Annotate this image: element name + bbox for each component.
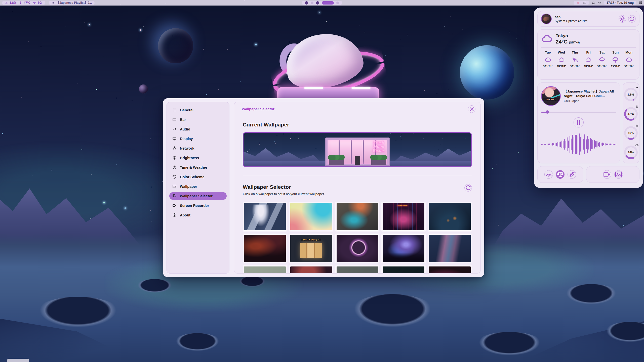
weather-timezone: (GMT+9) — [569, 41, 580, 44]
forecast-day-label: Thu — [568, 51, 582, 54]
dock-hint[interactable] — [7, 359, 29, 362]
sidebar-item-bar[interactable]: Bar — [169, 116, 227, 123]
wallpaper-thumbnail — [337, 235, 378, 262]
scales-icon — [556, 170, 564, 178]
capture-card — [586, 166, 639, 183]
sidebar-item-display[interactable]: Display — [169, 135, 227, 143]
forecast-day-thu: Thu33°/26° — [568, 51, 582, 68]
wallpaper-thumbnail — [244, 235, 286, 262]
leaf-icon — [568, 170, 576, 178]
workspace-indicator — [302, 1, 342, 5]
gauge-24: 24% — [624, 144, 638, 160]
wallpaper-tile-wp-pastel-gradient[interactable] — [289, 202, 333, 232]
sidebar-item-audio[interactable]: Audio — [169, 125, 227, 133]
wallpaper-tile-wp-purple-eclipse[interactable] — [335, 234, 380, 263]
wallpaper-tile-wp-magenta-dark[interactable] — [428, 265, 472, 274]
wallpaper-tile-wp-dark-teal[interactable] — [381, 265, 426, 274]
wallpaper-tile-wp-autumn-dark[interactable] — [289, 265, 333, 274]
workspace-dot-5[interactable] — [336, 2, 339, 4]
sidebar-item-color-scheme[interactable]: Color Scheme — [169, 173, 227, 181]
system-uptime: System Uptime: 4h19m — [555, 19, 616, 23]
workspace-dot-2[interactable] — [311, 2, 313, 4]
gauge-value: 24% — [624, 146, 637, 159]
sidebar-item-wallpaper-selector[interactable]: Wallpaper Selector — [169, 192, 227, 200]
sidebar-item-label: General — [180, 108, 193, 112]
sidebar-item-about[interactable]: About — [169, 211, 227, 219]
forecast-temps: 36°/26° — [595, 65, 609, 68]
performance-profile-button[interactable] — [544, 170, 553, 179]
wallpaper-tile-wp-crimson-forest[interactable] — [243, 234, 287, 263]
track-title: 【Japanese Playlist】Japan All Night - Tok… — [564, 89, 616, 98]
clock-pill[interactable]: 17:17 - Tue, 19 Aug — [604, 1, 636, 5]
close-button[interactable] — [468, 105, 475, 113]
balanced-profile-button[interactable] — [556, 170, 565, 179]
wallpaper-grid: Game Overローファイコーヒー — [243, 202, 472, 274]
wallpaper-tile-wp-lofi-coffee-shop[interactable]: ローファイコーヒー — [289, 234, 333, 263]
sidebar-item-screen-recorder[interactable]: Screen Recorder — [169, 202, 227, 209]
media-player-pill[interactable]: 【Japanese Playlist】J... — [49, 1, 95, 5]
sidebar-item-general[interactable]: General — [169, 106, 227, 114]
wallpaper-thumbnail — [244, 203, 286, 230]
forecast-day-label: Wed — [555, 51, 568, 54]
crater — [136, 279, 174, 294]
planet-small — [139, 84, 148, 94]
sidebar-item-label: Screen Recorder — [180, 204, 209, 208]
video-camera-icon — [603, 170, 611, 178]
weather-storm-icon — [612, 57, 619, 63]
current-wallpaper-preview: Fresh Moon Beans — [243, 132, 472, 167]
wallpaper-tile-wp-sage-field[interactable] — [243, 265, 287, 274]
screen-record-button[interactable] — [603, 170, 611, 179]
palette-icon — [172, 175, 177, 179]
seek-thumb[interactable] — [546, 110, 549, 114]
weather-cloud-icon — [585, 57, 592, 63]
forecast-temps: 35°/26° — [582, 65, 595, 68]
refresh-button[interactable] — [464, 184, 472, 192]
pause-button[interactable] — [574, 117, 584, 127]
wallpaper-thumbnail — [290, 203, 332, 230]
music-player-card: 【Japanese Playlist】Japan All Night - Tok… — [537, 82, 620, 163]
sidebar-item-wallpaper[interactable]: Wallpaper — [169, 183, 227, 190]
cpu-temp: 47°C — [24, 1, 30, 5]
forecast-temps: 33°/26° — [609, 65, 622, 68]
settings-button[interactable] — [619, 15, 626, 23]
sidebar-item-brightness[interactable]: Brightness — [169, 154, 227, 162]
screenshot-button[interactable] — [614, 170, 623, 179]
power-button[interactable] — [628, 15, 636, 23]
settings-sidebar: GeneralBarAudioDisplayNetworkBrightnessT… — [167, 102, 229, 274]
workspace-dot-3[interactable] — [316, 1, 319, 5]
wallpaper-thumbnail: ローファイコーヒー — [290, 235, 332, 262]
sidebar-item-label: Wallpaper Selector — [180, 194, 213, 198]
wallpaper-tile-wp-anime-girl[interactable] — [243, 202, 287, 232]
notifications-bell-icon[interactable] — [592, 1, 595, 5]
workspace-dot-4[interactable] — [322, 1, 334, 5]
thumbnail-sign-text: ローファイコーヒー — [301, 239, 321, 241]
wallpaper-thumbnail — [244, 266, 286, 274]
audio-waveform — [541, 129, 616, 160]
wallpaper-tile-wp-wireframe-wave[interactable] — [428, 234, 472, 263]
seek-slider[interactable] — [541, 110, 616, 113]
wallpaper-tile-wp-neon-arcade[interactable]: Game Over — [381, 202, 426, 232]
selector-subtitle: Click on a wallpaper to set it as your c… — [243, 192, 325, 196]
tray-app-icon-2[interactable] — [583, 1, 586, 5]
preview-coffee-shop: Fresh Moon Beans — [325, 138, 390, 166]
gaugeSpeed-icon — [635, 86, 639, 89]
weather-forecast: Tue33°/24°Wed35°/25°Thu33°/26°Fri35°/26°… — [541, 51, 636, 68]
wallpaper-tile-wp-grey-morning[interactable] — [335, 265, 380, 274]
wallpaper-thumbnail — [290, 266, 332, 274]
diskdrive-icon — [635, 144, 639, 147]
workspace-dot-1[interactable] — [305, 1, 308, 5]
wallpaper-tile-wp-violet-nebula[interactable] — [381, 234, 426, 263]
sidebar-item-network[interactable]: Network — [169, 144, 227, 152]
tray-app-icon-1[interactable] — [576, 1, 580, 5]
sidebar-item-time-weather[interactable]: Time & Weather — [169, 163, 227, 171]
powersaver-profile-button[interactable] — [568, 170, 576, 179]
volume-icon[interactable] — [598, 1, 601, 5]
wallpaper-tile-wp-blur-abstract[interactable] — [335, 202, 380, 232]
wallpaper-thumbnail: Game Over — [383, 203, 424, 230]
sidebar-item-label: Color Scheme — [180, 175, 205, 179]
wallpaper-tile-wp-night-forest-village[interactable] — [428, 202, 472, 232]
app-launcher-icon[interactable] — [639, 1, 642, 5]
sidebar-item-label: Brightness — [180, 156, 199, 160]
pause-icon — [52, 1, 55, 4]
quick-settings-panel: seb System Uptime: 4h19m Tokyo 24°C (GMT… — [534, 8, 643, 188]
